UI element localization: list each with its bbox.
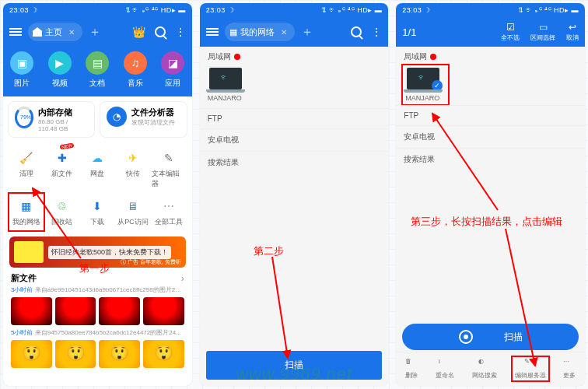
list-row[interactable]: 搜索结果 bbox=[200, 151, 389, 173]
home-tab-label: 主页 bbox=[45, 26, 62, 38]
network-icon: ▦ bbox=[229, 27, 237, 37]
category-label: 音乐 bbox=[128, 78, 143, 89]
tool-下载[interactable]: ⬇ 下载 bbox=[80, 194, 114, 230]
ad-banner[interactable]: 怀旧经典老歌500首，快来免费下载！ ⓘ 广告 百年老歌, 免费听 bbox=[9, 237, 186, 268]
category-icon: ▤ bbox=[86, 51, 109, 75]
tool-icon: ✎ bbox=[159, 149, 178, 167]
bottom-icon: ◐ bbox=[478, 358, 491, 370]
app-bar: 主页 ✕ ＋ 👑 ⋮ bbox=[3, 17, 192, 47]
lan-header: 局域网 bbox=[396, 47, 585, 65]
analyzer-card[interactable]: ◔ 文件分析器发现可清理文件 bbox=[100, 101, 187, 138]
thumb-row-2[interactable] bbox=[3, 337, 192, 371]
network-tab[interactable]: ▦ 我的网络 ✕ bbox=[225, 23, 295, 41]
tool-label: 下载 bbox=[90, 217, 104, 227]
tool-全部工具[interactable]: ⋯ 全部工具 bbox=[152, 194, 186, 230]
tool-icon: ⋯ bbox=[159, 197, 178, 216]
list-row[interactable]: FTP bbox=[396, 105, 585, 125]
bottom-删除[interactable]: 🗑 删除 bbox=[402, 356, 421, 381]
tool-icon: ✚ bbox=[53, 149, 72, 167]
bottom-icon: ✎ bbox=[524, 358, 537, 370]
category-应用[interactable]: ◪ 应用 bbox=[161, 51, 184, 89]
search-icon[interactable] bbox=[351, 26, 362, 37]
bottom-label: 删除 bbox=[405, 371, 418, 380]
bottom-重命名[interactable]: I 重命名 bbox=[432, 356, 457, 381]
device-item[interactable]: ᯤ MANJARO bbox=[200, 65, 389, 108]
category-视频[interactable]: ▶ 视频 bbox=[48, 51, 72, 89]
tool-文本编辑器[interactable]: ✎ 文本编辑器 bbox=[152, 145, 186, 192]
scan-button[interactable]: 扫描 bbox=[402, 324, 579, 350]
menu-icon[interactable] bbox=[206, 26, 219, 37]
bottom-更多[interactable]: ⋯ 更多 bbox=[560, 356, 579, 381]
action-label: 全不选 bbox=[501, 33, 520, 42]
analyzer-icon: ◔ bbox=[107, 107, 127, 127]
tool-label: 清理 bbox=[19, 169, 33, 179]
check-icon: ✓ bbox=[432, 80, 443, 91]
tool-icon: ☁ bbox=[88, 149, 107, 167]
tool-新文件[interactable]: NEW ✚ 新文件 bbox=[45, 145, 79, 192]
phone-screen-1: 23:03 ☽ ⇅ ᯤ ₅ᴳ ⁴ᴳ HD▸ ▬ 主页 ✕ ＋ 👑 ⋮ ▣ 图片 … bbox=[3, 3, 192, 386]
list-row[interactable]: FTP bbox=[200, 108, 389, 128]
tool-从PC访问[interactable]: 🖥 从PC访问 bbox=[116, 194, 150, 230]
category-label: 视频 bbox=[52, 78, 68, 89]
category-icon: ♫ bbox=[124, 51, 147, 75]
status-bar: 23:03 ☽ ⇅ ᯤ ₅ᴳ ⁴ᴳ HD▸ ▬ bbox=[396, 3, 585, 17]
more-icon[interactable]: › bbox=[181, 273, 184, 284]
tool-icon: ✈ bbox=[124, 149, 142, 167]
tool-快传[interactable]: ✈ 快传 bbox=[116, 145, 150, 192]
section-header: 新文件› bbox=[3, 271, 192, 286]
add-tab-icon[interactable]: ＋ bbox=[301, 24, 313, 40]
bottom-网络搜索[interactable]: ◐ 网络搜索 bbox=[469, 356, 500, 381]
bottom-icon: ⋯ bbox=[563, 358, 576, 370]
record-icon bbox=[459, 330, 473, 344]
action-取消[interactable]: ↩ 取消 bbox=[566, 22, 579, 42]
lan-header: 局域网 bbox=[200, 47, 389, 65]
tool-label: 新文件 bbox=[51, 169, 72, 179]
bottom-编辑服务器[interactable]: ✎ 编辑服务器 bbox=[512, 356, 549, 381]
category-icon: ▶ bbox=[48, 51, 72, 75]
phone-screen-3: 23:03 ☽ ⇅ ᯤ ₅ᴳ ⁴ᴳ HD▸ ▬ 1/1 ☑ 全不选 ▭ 区间选择… bbox=[396, 3, 585, 386]
close-tab-icon[interactable]: ✕ bbox=[68, 28, 75, 37]
bottom-action-bar: 🗑 删除 I 重命名 ◐ 网络搜索 ✎ 编辑服务器 ⋯ 更多 bbox=[396, 352, 585, 386]
device-item-selected[interactable]: ᯤ✓ MANJARO bbox=[402, 65, 449, 105]
analyzer-sub: 发现可清理文件 bbox=[131, 118, 175, 127]
tool-icon: ♲ bbox=[53, 197, 72, 216]
status-bar: 23:03 ☽ ⇅ ᯤ ₅ᴳ ⁴ᴳ HD▸ ▬ bbox=[200, 3, 389, 17]
action-icon: ↩ bbox=[569, 22, 576, 33]
category-音乐[interactable]: ♫ 音乐 bbox=[124, 51, 147, 89]
bottom-label: 网络搜索 bbox=[472, 371, 497, 380]
ad-sub: ⓘ 广告 百年老歌, 免费听 bbox=[121, 258, 181, 266]
list-row[interactable]: 安卓电视 bbox=[396, 125, 585, 148]
tool-回收站[interactable]: ♲ 回收站 bbox=[45, 194, 79, 230]
scan-button[interactable]: 扫描 bbox=[206, 351, 383, 380]
bottom-icon: I bbox=[439, 358, 451, 370]
category-图片[interactable]: ▣ 图片 bbox=[10, 51, 33, 89]
menu-icon[interactable] bbox=[9, 26, 22, 37]
bottom-label: 编辑服务器 bbox=[515, 371, 546, 380]
category-icon: ◪ bbox=[161, 51, 184, 75]
add-tab-icon[interactable]: ＋ bbox=[89, 24, 101, 40]
action-区间选择[interactable]: ▭ 区间选择 bbox=[530, 22, 555, 42]
premium-icon[interactable]: 👑 bbox=[132, 26, 145, 38]
home-tab[interactable]: 主页 ✕ bbox=[28, 23, 82, 41]
category-label: 图片 bbox=[14, 78, 30, 89]
notification-dot-icon bbox=[430, 54, 436, 60]
app-bar: ▦ 我的网络 ✕ ＋ ⋮ bbox=[200, 17, 389, 47]
category-label: 文档 bbox=[89, 78, 105, 89]
category-label: 应用 bbox=[165, 78, 180, 89]
action-label: 区间选择 bbox=[530, 33, 555, 42]
storage-card[interactable]: 79% 内部存储86.80 GB / 110.48 GB bbox=[8, 101, 95, 138]
action-全不选[interactable]: ☑ 全不选 bbox=[501, 22, 520, 42]
list-row[interactable]: 安卓电视 bbox=[200, 128, 389, 151]
tool-网盘[interactable]: ☁ 网盘 bbox=[80, 145, 114, 192]
close-tab-icon[interactable]: ✕ bbox=[281, 28, 287, 37]
list-row[interactable]: 搜索结果 bbox=[396, 148, 585, 170]
search-icon[interactable] bbox=[155, 26, 166, 37]
thumb-row-1[interactable] bbox=[3, 294, 192, 328]
category-文档[interactable]: ▤ 文档 bbox=[86, 51, 109, 89]
recent-line-2[interactable]: 5小时前 来自945750a80ee784b5b2ca6dc12e4472的图片… bbox=[3, 328, 192, 337]
tool-清理[interactable]: 🧹 清理 bbox=[9, 145, 44, 192]
phone-screen-2: 23:03 ☽ ⇅ ᯤ ₅ᴳ ⁴ᴳ HD▸ ▬ ▦ 我的网络 ✕ ＋ ⋮ 局域网… bbox=[200, 3, 389, 386]
device-name: MANJARO bbox=[208, 94, 242, 102]
recent-line-1[interactable]: 3小时前 来自a9e9910451c43d6a9b0671cec8ffc298的… bbox=[3, 286, 192, 294]
tool-我的网络[interactable]: ▦ 我的网络 bbox=[9, 194, 44, 230]
